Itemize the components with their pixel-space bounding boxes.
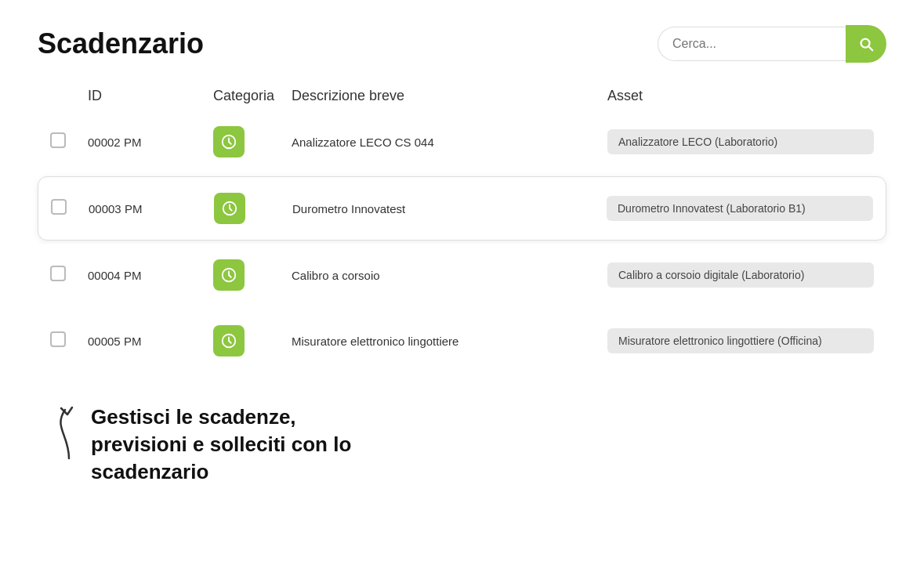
row-asset-cell: Analizzatore LECO (Laboratorio) [607,129,874,154]
search-button[interactable] [846,25,886,63]
row-checkbox[interactable] [50,266,66,281]
bottom-text: Gestisci le scadenze, previsioni e solle… [91,404,389,486]
bottom-section: Gestisci le scadenze, previsioni e solle… [38,404,886,486]
col-categoria: Categoria [213,88,292,104]
table-row: 00004 PM Calibro a corsoio Calibro a cor… [38,244,886,306]
col-descrizione: Descrizione breve [292,88,607,104]
row-description: Analizzatore LECO CS 044 [292,136,607,149]
row-checkbox-cell [51,199,89,218]
row-category [213,259,292,291]
row-category [214,193,292,224]
clock-icon [220,133,237,150]
clock-icon [220,266,237,284]
row-asset-cell: Misuratore elettronico lingottiere (Offi… [607,328,874,353]
table-rows: 00002 PM Analizzatore LECO CS 044 Analiz… [38,110,886,372]
row-id: 00002 PM [88,136,213,149]
search-container [658,25,886,63]
row-description: Calibro a corsoio [292,269,607,282]
row-id: 00004 PM [88,269,213,282]
row-description: Misuratore elettronico lingottiere [292,335,607,348]
arrow-container [38,404,85,469]
asset-badge: Durometro Innovatest (Laboratorio B1) [607,196,873,221]
row-id: 00003 PM [89,202,214,215]
table-row: 00003 PM Durometro Innovatest Durometro … [38,176,886,241]
category-icon [213,126,245,157]
col-id: ID [88,88,213,104]
table-row: 00005 PM Misuratore elettronico lingotti… [38,309,886,372]
asset-badge: Analizzatore LECO (Laboratorio) [607,129,874,154]
row-id: 00005 PM [88,335,213,348]
row-checkbox-cell [50,331,88,350]
row-description: Durometro Innovatest [292,202,607,215]
row-checkbox[interactable] [51,199,67,215]
table-header: ID Categoria Descrizione breve Asset [38,88,886,104]
row-checkbox-cell [50,266,88,284]
page-header: Scadenzario [38,25,886,63]
search-icon [857,35,875,52]
row-category [213,126,292,157]
category-icon [213,259,245,291]
category-icon [213,325,245,357]
curved-arrow-icon [38,404,85,466]
table-row: 00002 PM Analizzatore LECO CS 044 Analiz… [38,110,886,173]
clock-icon [220,332,237,349]
row-checkbox[interactable] [50,331,66,347]
asset-badge: Misuratore elettronico lingottiere (Offi… [607,328,874,353]
row-checkbox[interactable] [50,132,66,148]
col-asset: Asset [607,88,874,104]
search-input[interactable] [658,27,846,61]
row-asset-cell: Calibro a corsoio digitale (Laboratorio) [607,262,874,288]
clock-icon [221,200,238,217]
asset-badge: Calibro a corsoio digitale (Laboratorio) [607,262,874,288]
row-category [213,325,292,357]
row-checkbox-cell [50,132,88,151]
category-icon [214,193,245,224]
page-title: Scadenzario [38,27,204,60]
row-asset-cell: Durometro Innovatest (Laboratorio B1) [607,196,873,221]
